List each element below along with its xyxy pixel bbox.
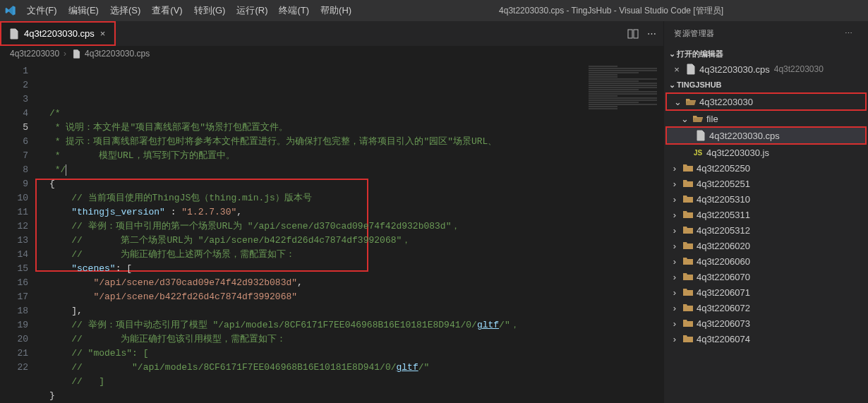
menu-item[interactable]: 查看(V) [146, 2, 188, 18]
chevron-down-icon: ⌄ [667, 80, 677, 90]
tree-label: 4q3t2206070 [697, 272, 750, 282]
tree-folder[interactable]: ›4q3t2206071 [664, 284, 868, 300]
tree-folder[interactable]: ›4q3t2206020 [664, 238, 868, 253]
code-editor[interactable]: 12345678910111213141516171819202122 /* *… [0, 61, 663, 403]
tree-label: 4q3t2205311 [697, 210, 750, 220]
code-line[interactable]: * 提示：项目离线部署包打包时将参考本文件配置进行。为确保打包完整，请将项目引入… [35, 135, 586, 149]
chevron-right-icon: › [670, 194, 680, 205]
code-line[interactable]: // 为能正确打包上述两个场景，需配置如下： [35, 248, 586, 262]
menu-item[interactable]: 文件(F) [21, 2, 63, 18]
code-line[interactable]: * 说明：本文件是"项目离线部署包"场景打包配置文件。 [35, 121, 586, 135]
menu-item[interactable]: 终端(T) [273, 2, 315, 18]
tree-label: 4q3t2206020 [697, 241, 750, 251]
tree-folder[interactable]: ›4q3t2206060 [664, 253, 868, 269]
breadcrumb-file[interactable]: 4q3t2203030.cps [85, 49, 150, 59]
tree-file[interactable]: JS4q3t2203030.js [664, 145, 868, 160]
vscode-logo-icon [4, 4, 17, 17]
tree-label: 4q3t2205312 [697, 225, 750, 236]
chevron-right-icon: › [670, 210, 680, 220]
tree-label: 4q3t2206073 [697, 318, 750, 329]
tree-folder[interactable]: ›4q3t2205312 [664, 222, 868, 238]
code-line[interactable]: /* [35, 107, 586, 121]
close-icon[interactable]: × [99, 28, 107, 39]
chevron-right-icon: › [670, 272, 680, 282]
menu-item[interactable]: 转到(G) [188, 2, 231, 18]
file-icon [71, 48, 82, 59]
tree-label: 4q3t2206071 [697, 287, 750, 298]
chevron-right-icon: › [670, 241, 680, 251]
code-line[interactable]: // 当前项目使用的ThingJS包（thing.min.js）版本号 [35, 191, 586, 205]
code-line[interactable]: // 举例：项目中动态引用了模型 "/api/models/8CF6171F7E… [35, 318, 586, 332]
chevron-right-icon: › [670, 303, 680, 313]
breadcrumb[interactable]: 4q3t2203030 › 4q3t2203030.cps [0, 46, 663, 61]
tree-folder[interactable]: ›4q3t2205311 [664, 207, 868, 222]
code-line[interactable]: * 模型URL，填写到下方的配置中。 [35, 149, 586, 163]
menubar: 文件(F)编辑(E)选择(S)查看(V)转到(G)运行(R)终端(T)帮助(H)… [0, 0, 868, 21]
tree-label: 4q3t2203030.cps [709, 131, 780, 141]
code-line[interactable]: "/api/scene/b422fd26d4c7874df3992068" [35, 290, 586, 304]
file-tree: ⌄4q3t2203030⌄file4q3t2203030.cpsJS4q3t22… [664, 92, 868, 347]
tree-file[interactable]: 4q3t2203030.cps [667, 128, 865, 143]
code-line[interactable]: { [35, 177, 586, 191]
tree-label: 4q3t2205251 [697, 179, 750, 189]
chevron-right-icon: › [62, 49, 68, 59]
code-line[interactable]: } [35, 389, 586, 403]
chevron-right-icon: › [670, 256, 680, 267]
tree-folder[interactable]: ›4q3t2206070 [664, 269, 868, 284]
tree-folder[interactable]: ›4q3t2206072 [664, 300, 868, 315]
folder-icon [682, 333, 694, 344]
code-line[interactable]: "/api/scene/d370cad09e74f42d932b083d", [35, 276, 586, 290]
chevron-right-icon: › [670, 225, 680, 236]
tree-label: 4q3t2206072 [697, 303, 750, 313]
code-line[interactable]: // 举例：项目中引用的第一个场景URL为 "/api/scene/d370ca… [35, 219, 586, 234]
tree-label: 4q3t2206074 [697, 334, 750, 344]
chevron-right-icon: › [670, 318, 680, 329]
menu-item[interactable]: 选择(S) [104, 2, 146, 18]
tree-label: 4q3t2206060 [697, 256, 750, 267]
code-line[interactable]: // 第二个场景URL为 "/api/scene/b422fd26d4c7874… [35, 234, 586, 248]
breadcrumb-root[interactable]: 4q3t2203030 [10, 49, 59, 59]
close-icon[interactable]: × [671, 64, 682, 75]
menu-item[interactable]: 运行(R) [231, 2, 273, 18]
code-line[interactable]: // "models": [ [35, 347, 586, 361]
chevron-right-icon: › [670, 287, 680, 298]
chevron-down-icon: ⌄ [667, 49, 677, 59]
tree-label: 4q3t2203030 [699, 97, 753, 107]
chevron-right-icon: › [670, 179, 680, 189]
window-title: 4q3t2203030.cps - TingJsHub - Visual Stu… [358, 5, 864, 17]
code-line[interactable]: "thingjs_version" : "1.2.7.30", [35, 205, 586, 219]
chevron-down-icon: ⌄ [673, 97, 682, 107]
tree-label: 4q3t2205250 [697, 163, 750, 174]
chevron-right-icon: › [670, 334, 680, 344]
editor-tabs: 4q3t2203030.cps × ⋯ [0, 21, 663, 46]
explorer-panel: 资源管理器 ⋯ ⌄ 打开的编辑器 × 4q3t2203030.cps 4q3t2… [663, 21, 868, 403]
code-line[interactable]: // ] [35, 375, 586, 389]
tree-folder[interactable]: ›4q3t2206074 [664, 331, 868, 347]
tab-label: 4q3t2203030.cps [24, 28, 95, 39]
chevron-right-icon: › [670, 163, 680, 174]
code-line[interactable]: // 为能正确打包该引用模型，需配置如下： [35, 332, 586, 347]
more-icon[interactable]: ⋯ [845, 29, 859, 38]
code-line[interactable]: // "/api/models/8CF6171F7EE046968B16E101… [35, 361, 586, 375]
code-area[interactable]: /* * 说明：本文件是"项目离线部署包"场景打包配置文件。 * 提示：项目离线… [35, 61, 586, 403]
split-editor-icon[interactable] [627, 28, 639, 40]
tree-folder[interactable]: ›4q3t2206073 [664, 315, 868, 331]
more-icon[interactable]: ⋯ [647, 28, 656, 39]
code-line[interactable]: ], [35, 304, 586, 318]
file-icon [8, 28, 20, 40]
tab-active[interactable]: 4q3t2203030.cps × [1, 23, 114, 44]
open-editor-path: 4q3t2203030 [774, 64, 824, 74]
file-icon [695, 130, 706, 141]
line-gutter: 12345678910111213141516171819202122 [0, 61, 35, 403]
minimap[interactable] [586, 61, 663, 403]
code-line[interactable]: */ [35, 163, 586, 177]
code-line[interactable]: "scenes": [ [35, 262, 586, 276]
open-editor-filename: 4q3t2203030.cps [699, 64, 770, 75]
tree-label: 4q3t2203030.js [706, 148, 769, 158]
menu-item[interactable]: 帮助(H) [315, 2, 357, 18]
tree-label: 4q3t2205310 [697, 194, 750, 205]
tree-label: file [706, 114, 718, 124]
tree-folder[interactable]: ›4q3t2205310 [664, 191, 868, 207]
menu-item[interactable]: 编辑(E) [63, 2, 104, 18]
js-icon: JS [692, 147, 704, 158]
